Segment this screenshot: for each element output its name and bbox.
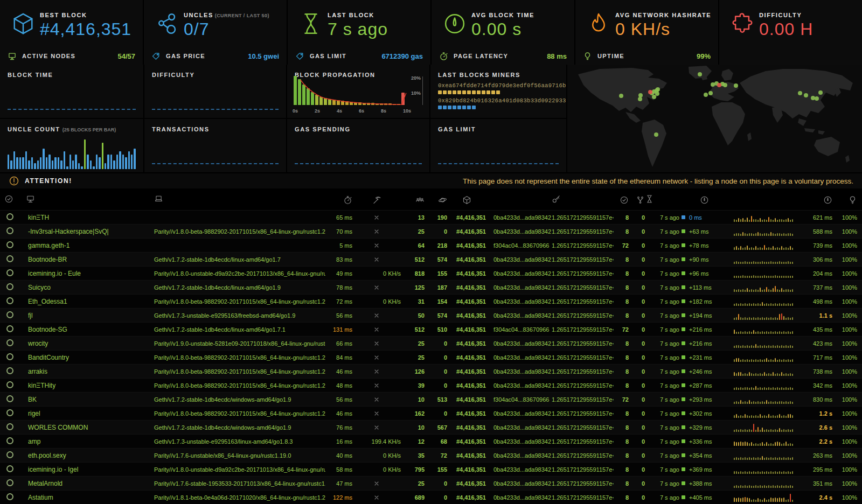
propagation-bar	[358, 102, 362, 105]
node-status[interactable]	[4, 283, 26, 291]
node-status[interactable]	[4, 409, 26, 417]
node-pending: 72	[425, 452, 447, 459]
table-row[interactable]: Bootnode-SGGeth/v1.7.2-stable-1db4ecdc/l…	[0, 322, 862, 336]
node-last-block-time: 7 s ago	[645, 396, 679, 403]
uncle-count-bar	[10, 160, 12, 170]
node-pending: 574	[425, 256, 447, 263]
status-circle-icon	[6, 241, 13, 248]
propagation-bar	[371, 103, 374, 105]
miner-block-square	[443, 90, 447, 94]
table-row[interactable]: kinΞTHityParity//v1.8.0-beta-9882902-201…	[0, 378, 862, 392]
node-mining	[352, 382, 401, 389]
node-status[interactable]	[4, 227, 26, 235]
node-status[interactable]	[4, 367, 26, 375]
node-total-difficulty: 1.2651721295591157e+21	[552, 270, 614, 277]
x-icon	[373, 424, 380, 431]
table-row[interactable]: BKGeth/v1.7.2-stable-1db4ecdc/windows-am…	[0, 392, 862, 406]
propagation-bar	[384, 103, 387, 105]
node-status[interactable]	[4, 241, 26, 249]
ministat-value: 6712390 gas	[381, 52, 423, 60]
node-status[interactable]	[4, 213, 26, 221]
table-row[interactable]: BanditCountryParity//v1.8.0-beta-9882902…	[0, 350, 862, 364]
table-row[interactable]: kinΞTH65 ms13190#4,416,3510ba4233d...ada…	[0, 210, 862, 224]
node-status[interactable]	[4, 325, 26, 333]
node-block: #4,416,351	[447, 298, 486, 305]
node-name: amp	[26, 438, 154, 445]
node-status[interactable]	[4, 451, 26, 459]
status-circle-icon	[6, 283, 13, 290]
table-row[interactable]: eth.pool.sexyParity//v1.7.6-unstable/x86…	[0, 448, 862, 462]
table-row[interactable]: AstatiumParity//v1.8.1-beta-0e4a06d-2017…	[0, 490, 862, 504]
node-block-hash: 0ba4233d...ada98342	[486, 298, 552, 305]
node-block-hash: 0ba4233d...ada98342	[486, 382, 552, 389]
node-propagation: +216 ms	[679, 340, 729, 347]
miner-address: 0xea674fdde714fd979de3edf0f56aa9716b898e…	[438, 82, 566, 89]
node-type: Parity//v1.8.0-beta-9882902-20171015/x86…	[154, 410, 325, 417]
status-circle-icon	[6, 213, 13, 220]
node-last-block-time: 7 s ago	[645, 424, 679, 431]
miner-block-square	[438, 90, 442, 94]
node-status[interactable]	[4, 465, 26, 473]
node-latency: 72 ms	[325, 298, 352, 305]
miner-block-square	[496, 90, 500, 94]
node-pending: 0	[425, 480, 447, 487]
node-mining	[352, 242, 401, 249]
uncle-count-bar	[48, 155, 50, 170]
node-pending: 218	[425, 242, 447, 249]
table-row[interactable]: WORLES COMMONGeth/v1.7.2-stable-1db4ecdc…	[0, 420, 862, 434]
node-total-difficulty: 1.2651721295591157e+21	[552, 354, 614, 361]
table-row[interactable]: fjlGeth/v1.7.3-unstable-e9295163/freebsd…	[0, 308, 862, 322]
node-peers: 795	[401, 466, 425, 473]
table-row[interactable]: wrocityParity//v1.9.0-unstable-5281e09-2…	[0, 336, 862, 350]
node-pending: 0	[425, 340, 447, 347]
uncle-count-bar	[58, 157, 59, 169]
node-last-block-time: 7 s ago	[645, 228, 679, 235]
table-row[interactable]: Eth_Odessa1Parity//v1.8.0-beta-9882902-2…	[0, 294, 862, 308]
node-status[interactable]	[4, 297, 26, 305]
table-row[interactable]: SuicycoGeth/v1.7.2-stable-1db4ecdc/linux…	[0, 280, 862, 294]
stat-value: 0/7	[184, 20, 269, 38]
panel-title: UNCLE COUNT	[8, 126, 60, 132]
node-status[interactable]	[4, 423, 26, 431]
node-status[interactable]	[4, 339, 26, 347]
node-status[interactable]	[4, 437, 26, 445]
table-row[interactable]: Bootnode-BRGeth/v1.7.2-stable-1db4ecdc/l…	[0, 252, 862, 266]
node-block: #4,416,351	[447, 242, 486, 249]
node-status[interactable]	[4, 269, 26, 277]
table-row[interactable]: icemining.io - EuleParity//v1.8.0-unstab…	[0, 266, 862, 280]
node-status[interactable]	[4, 395, 26, 403]
node-mining	[352, 256, 401, 263]
node-type: Geth/v1.7.2-stable-1db4ecdc/windows-amd6…	[154, 396, 325, 403]
node-avg-propagation: 423 ms	[798, 340, 832, 347]
node-map-panel	[567, 65, 862, 172]
attention-message: This page does not represent the entire …	[463, 177, 853, 185]
top-stats-bar: BEST BLOCK#4,416,351UNCLES (CURRENT / LA…	[0, 0, 862, 47]
node-total-difficulty: 1.2651721295591157e+21	[552, 396, 614, 403]
table-row[interactable]: rigelParity//v1.8.0-beta-9882902-2017101…	[0, 406, 862, 420]
table-row[interactable]: MetalArnoldParity//v1.7.6-stable-1953533…	[0, 476, 862, 490]
secondary-stats-bar: ACTIVE NODES54/57GAS PRICE10.5 gweiGAS L…	[0, 47, 862, 65]
table-row[interactable]: gamma.geth-15 ms64218#4,416,351f304ac04.…	[0, 238, 862, 252]
table-row[interactable]: -Inv3rsal-Hackerspace|SvQ|Parity//v1.8.0…	[0, 224, 862, 238]
lightbulb-icon	[583, 52, 592, 61]
node-mining: 199.4 KH/s	[352, 438, 401, 445]
node-status[interactable]	[4, 255, 26, 263]
table-row[interactable]: icemining.io - IgelParity//v1.8.0-unstab…	[0, 462, 862, 476]
status-circle-icon	[6, 381, 13, 388]
ministat-uptime: UPTIME99%	[575, 47, 718, 65]
node-block-hash: 0ba4233d...ada98342	[486, 480, 552, 487]
node-status[interactable]	[4, 381, 26, 389]
table-row[interactable]: arrakisParity//v1.8.0-beta-9882902-20171…	[0, 364, 862, 378]
node-status[interactable]	[4, 493, 26, 501]
node-propagation-history	[729, 409, 798, 418]
node-status[interactable]	[4, 479, 26, 487]
node-status[interactable]	[4, 353, 26, 361]
col-header-node-type	[154, 194, 325, 206]
node-total-difficulty: 1.2651721295591157e+21	[552, 410, 614, 417]
x-icon	[373, 494, 380, 501]
table-row[interactable]: ampGeth/v1.7.3-unstable-e9295163/linux-a…	[0, 434, 862, 448]
status-circle-icon	[6, 339, 13, 346]
node-status[interactable]	[4, 311, 26, 319]
node-latency: 66 ms	[325, 340, 352, 347]
node-avg-propagation: 342 ms	[798, 382, 832, 389]
